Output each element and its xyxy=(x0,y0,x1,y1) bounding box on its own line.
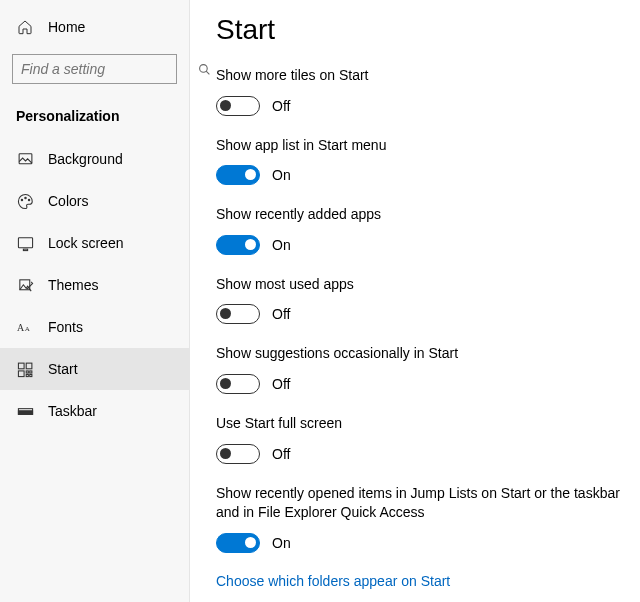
home-label: Home xyxy=(48,19,85,35)
toggle-suggestions[interactable] xyxy=(216,374,260,394)
themes-icon xyxy=(16,276,34,294)
search-box[interactable] xyxy=(12,54,177,84)
sidebar-item-label: Background xyxy=(48,151,123,167)
svg-text:A: A xyxy=(24,325,30,333)
toggle-recently-added[interactable] xyxy=(216,235,260,255)
toggle-show-app-list[interactable] xyxy=(216,165,260,185)
sidebar-item-start[interactable]: Start xyxy=(0,348,189,390)
svg-rect-5 xyxy=(18,237,32,247)
sidebar-item-label: Lock screen xyxy=(48,235,123,251)
fonts-icon: AA xyxy=(16,318,34,336)
sidebar-item-label: Start xyxy=(48,361,78,377)
setting-label: Show most used apps xyxy=(216,275,640,295)
setting-show-more-tiles: Show more tiles on Start Off xyxy=(216,66,640,116)
setting-most-used: Show most used apps Off xyxy=(216,275,640,325)
svg-rect-14 xyxy=(29,370,31,372)
sidebar-item-lock-screen[interactable]: Lock screen xyxy=(0,222,189,264)
sidebar: Home Personalization Background Colors L… xyxy=(0,0,190,602)
svg-rect-18 xyxy=(18,410,32,414)
main-panel: Start Show more tiles on Start Off Show … xyxy=(190,0,640,602)
image-icon xyxy=(16,150,34,168)
sidebar-item-label: Fonts xyxy=(48,319,83,335)
svg-rect-16 xyxy=(29,374,31,376)
sidebar-item-label: Colors xyxy=(48,193,88,209)
toggle-state: Off xyxy=(272,446,290,462)
svg-rect-15 xyxy=(26,374,28,376)
lock-screen-icon xyxy=(16,234,34,252)
home-nav-item[interactable]: Home xyxy=(0,8,189,46)
taskbar-icon xyxy=(16,402,34,420)
svg-rect-11 xyxy=(26,363,32,369)
page-title: Start xyxy=(216,14,640,46)
toggle-state: Off xyxy=(272,98,290,114)
svg-point-4 xyxy=(28,199,29,200)
section-header: Personalization xyxy=(0,100,189,138)
setting-label: Show app list in Start menu xyxy=(216,136,640,156)
setting-label: Use Start full screen xyxy=(216,414,640,434)
toggle-most-used[interactable] xyxy=(216,304,260,324)
start-tiles-icon xyxy=(16,360,34,378)
toggle-state: Off xyxy=(272,306,290,322)
svg-rect-1 xyxy=(19,153,32,163)
choose-folders-link[interactable]: Choose which folders appear on Start xyxy=(216,573,640,589)
svg-rect-6 xyxy=(23,249,27,250)
toggle-show-more-tiles[interactable] xyxy=(216,96,260,116)
setting-show-app-list: Show app list in Start menu On xyxy=(216,136,640,186)
sidebar-item-taskbar[interactable]: Taskbar xyxy=(0,390,189,432)
setting-recently-added: Show recently added apps On xyxy=(216,205,640,255)
svg-point-3 xyxy=(24,197,25,198)
toggle-state: On xyxy=(272,167,291,183)
svg-point-2 xyxy=(21,199,22,200)
setting-full-screen: Use Start full screen Off xyxy=(216,414,640,464)
sidebar-item-label: Themes xyxy=(48,277,99,293)
setting-label: Show recently opened items in Jump Lists… xyxy=(216,484,640,523)
sidebar-item-label: Taskbar xyxy=(48,403,97,419)
svg-rect-10 xyxy=(18,363,24,369)
toggle-state: On xyxy=(272,535,291,551)
sidebar-item-background[interactable]: Background xyxy=(0,138,189,180)
setting-jump-lists: Show recently opened items in Jump Lists… xyxy=(216,484,640,553)
home-icon xyxy=(16,18,34,36)
search-input[interactable] xyxy=(21,61,198,77)
setting-label: Show more tiles on Start xyxy=(216,66,640,86)
toggle-full-screen[interactable] xyxy=(216,444,260,464)
sidebar-item-colors[interactable]: Colors xyxy=(0,180,189,222)
toggle-state: Off xyxy=(272,376,290,392)
svg-text:A: A xyxy=(17,322,25,333)
svg-rect-13 xyxy=(26,370,28,372)
toggle-state: On xyxy=(272,237,291,253)
setting-label: Show recently added apps xyxy=(216,205,640,225)
svg-rect-12 xyxy=(18,370,24,376)
setting-suggestions: Show suggestions occasionally in Start O… xyxy=(216,344,640,394)
palette-icon xyxy=(16,192,34,210)
sidebar-item-themes[interactable]: Themes xyxy=(0,264,189,306)
toggle-jump-lists[interactable] xyxy=(216,533,260,553)
setting-label: Show suggestions occasionally in Start xyxy=(216,344,640,364)
sidebar-item-fonts[interactable]: AA Fonts xyxy=(0,306,189,348)
